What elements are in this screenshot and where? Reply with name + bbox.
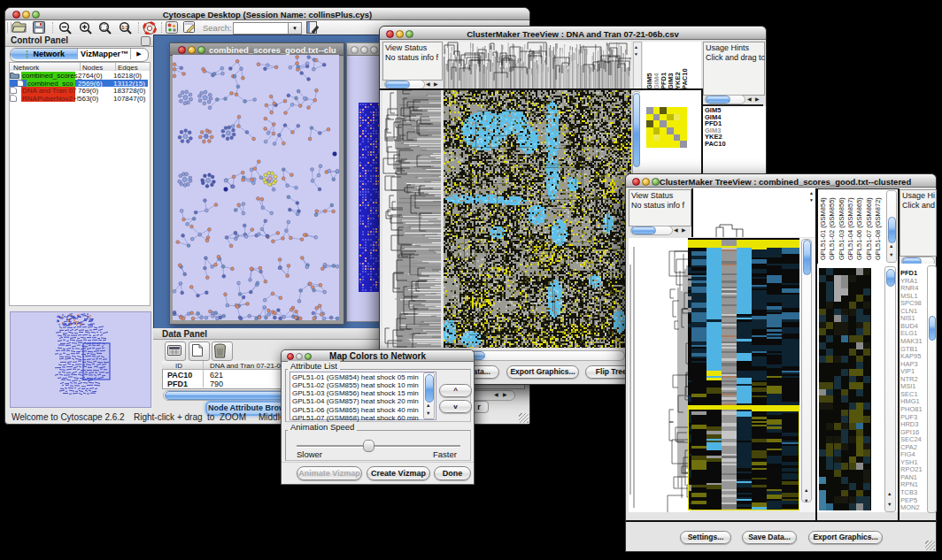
- svg-text:GPL51-06 (GSM865): GPL51-06 (GSM865): [855, 197, 863, 260]
- svg-text:1:1: 1:1: [121, 25, 128, 30]
- svg-text:PAC10: PAC10: [681, 68, 689, 89]
- svg-text:GPL51-03 (GSM856): GPL51-03 (GSM856): [838, 197, 845, 260]
- svg-text:GPL51-02 (GSM855): GPL51-02 (GSM855): [828, 197, 836, 260]
- svg-text:GPL51-08 (GSM872): GPL51-08 (GSM872): [874, 197, 882, 260]
- svg-text:GPL51-01 (GSM854): GPL51-01 (GSM854): [819, 197, 827, 260]
- svg-text:GPL51-07 (GSM868): GPL51-07 (GSM868): [865, 197, 873, 260]
- svg-text:GPL51-04 (GSM857): GPL51-04 (GSM857): [846, 197, 854, 260]
